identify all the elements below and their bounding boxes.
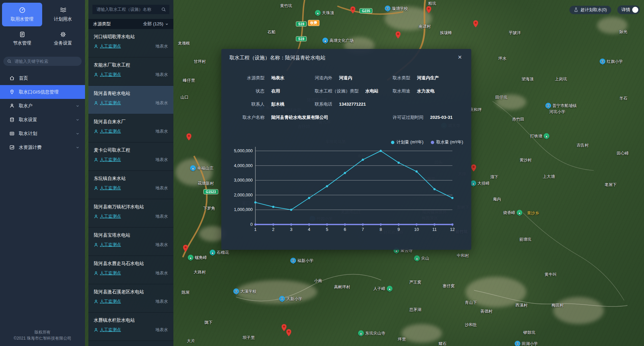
manual-monitor-link[interactable]: 人工监测点 xyxy=(94,185,121,191)
map-pin[interactable] xyxy=(282,324,287,332)
search-icon[interactable] xyxy=(161,7,166,12)
school-marker-icon[interactable]: 文 xyxy=(290,258,296,264)
map-label: 芋陂洋 xyxy=(509,30,521,36)
list-item[interactable]: 麦卡公司取水工程人工监测点地表水 xyxy=(88,142,173,171)
school-marker-icon[interactable]: 文 xyxy=(233,289,239,294)
map-label-text: 烧香嶂 xyxy=(503,210,515,216)
sidebar-search-input[interactable] xyxy=(14,59,78,64)
manual-monitor-link[interactable]: 人工监测点 xyxy=(94,129,121,134)
list-item[interactable]: 陆河县水唇走马石水电站人工监测点地表水 xyxy=(88,256,173,284)
field-value: 水电站 xyxy=(365,88,379,94)
source-type-dropdown[interactable]: 全部 (125) xyxy=(143,21,169,27)
map-label: 箭塘坑 xyxy=(519,237,531,242)
map-pin[interactable] xyxy=(396,31,401,40)
manual-monitor-link[interactable]: 人工监测点 xyxy=(94,327,121,333)
map-label-text: 福新小学 xyxy=(298,258,314,264)
module-button[interactable]: 业务设置 xyxy=(43,27,83,51)
sidebar-item[interactable]: 取水口GIS信息管理 xyxy=(0,85,85,99)
poi-marker-icon[interactable]: ▲ xyxy=(358,330,364,336)
monitor-label: 人工监测点 xyxy=(100,129,121,134)
module-button[interactable]: 计划用水 xyxy=(43,3,83,26)
poi-marker-icon[interactable]: ▲ xyxy=(315,10,321,16)
map-label-text: 思茅湖 xyxy=(409,307,421,313)
field-label: 取水类型 xyxy=(393,75,410,81)
map-pin[interactable] xyxy=(183,245,188,253)
manual-monitor-link[interactable]: 人工监测点 xyxy=(94,242,121,248)
map-pin[interactable] xyxy=(286,329,291,338)
school-marker-icon[interactable]: 文 xyxy=(385,6,391,11)
legend-item[interactable]: 取水量 (m³/年) xyxy=(431,139,463,145)
poi-marker-icon[interactable]: ▲ xyxy=(188,255,194,261)
list-item[interactable]: 陆河县宝塔水电站人工监测点地表水 xyxy=(88,228,173,256)
manual-monitor-link[interactable]: 人工监测点 xyxy=(94,214,121,219)
map-label: 烧香嶂▲ xyxy=(503,210,523,216)
station-name: 陆河县南万镇杞洋水电站 xyxy=(94,204,168,210)
poi-marker-icon[interactable]: ▲ xyxy=(471,181,476,186)
map-pin[interactable] xyxy=(471,164,476,173)
map-pin[interactable] xyxy=(351,6,356,15)
manual-monitor-link[interactable]: 人工监测点 xyxy=(94,299,121,304)
sidebar-item[interactable]: 取水设置 xyxy=(0,113,85,127)
map-label-text: 严王窝 xyxy=(409,280,421,285)
close-icon[interactable]: × xyxy=(456,53,464,61)
svg-text:3: 3 xyxy=(290,227,292,232)
chevron-down-icon xyxy=(76,145,80,150)
map-pin[interactable] xyxy=(426,6,431,15)
water-source-type: 地表水 xyxy=(156,72,168,78)
sidebar-item[interactable]: 取水户 xyxy=(0,99,85,113)
monitor-label: 人工监测点 xyxy=(100,242,121,248)
poi-marker-icon[interactable]: ▲ xyxy=(323,38,328,44)
svg-text:2: 2 xyxy=(272,227,275,232)
sidebar-item[interactable]: 取水计划 xyxy=(0,127,85,140)
person-icon xyxy=(94,271,98,275)
list-item[interactable]: 东坑镇自来水站人工监测点地表水 xyxy=(88,171,173,199)
sidebar-search[interactable] xyxy=(3,57,82,66)
map-pin[interactable] xyxy=(187,133,192,142)
poi-marker-icon[interactable]: ▲ xyxy=(190,165,196,171)
map-label-text: 山口 xyxy=(180,95,189,100)
module-button[interactable]: 取用水管理 xyxy=(2,3,42,26)
station-search-input[interactable] xyxy=(96,7,161,12)
road-badge: S19 xyxy=(296,36,307,42)
list-item[interactable]: 陆河县青砼水电站人工监测点地表水 xyxy=(88,86,173,114)
manual-monitor-link[interactable]: 人工监测点 xyxy=(94,270,121,276)
list-item[interactable]: 友能水厂取水工程人工监测点地表水 xyxy=(88,57,173,86)
list-item[interactable]: 陆河县自来水厂人工监测点地表水 xyxy=(88,114,173,142)
school-marker-icon[interactable]: 文 xyxy=(279,296,285,302)
map-label: 文福新小学 xyxy=(290,258,314,264)
field-row: 取水户名称陆河县青砼水电发展有限公司许可证过期时间2025-03-31 xyxy=(229,111,463,124)
list-item[interactable]: 河口镇唱歌潭水电站人工监测点地表水 xyxy=(88,29,173,57)
map-pin[interactable] xyxy=(473,20,478,29)
station-list: 河口镇唱歌潭水电站人工监测点地表水友能水厂取水工程人工监测点地表水陆河县青砼水电… xyxy=(88,29,173,346)
field-value: 在用 xyxy=(271,88,280,94)
school-marker-icon[interactable]: 文 xyxy=(515,341,521,346)
poi-marker-icon[interactable]: ▲ xyxy=(210,250,216,256)
source-type-label: 水源类型 xyxy=(93,21,111,27)
poi-marker-icon[interactable]: ▲ xyxy=(387,286,393,292)
legend-label: 取水量 (m³/年) xyxy=(436,139,463,145)
sidebar-item[interactable]: 首页 xyxy=(0,71,85,85)
poi-marker-icon[interactable]: ▲ xyxy=(517,210,523,216)
waves-icon xyxy=(60,7,66,14)
list-item[interactable]: 陆河县南万镇杞洋水电站人工监测点地表水 xyxy=(88,199,173,228)
legend-item[interactable]: 计划量 (m³/年) xyxy=(391,139,423,145)
manual-monitor-link[interactable]: 人工监测点 xyxy=(94,72,121,78)
sidebar-item-label: 取水设置 xyxy=(19,117,37,123)
module-label: 计划用水 xyxy=(54,16,72,22)
field: 河道内外河道内 xyxy=(315,75,352,81)
over-plan-alert-button[interactable]: 超计划取水(0) xyxy=(569,6,611,14)
station-search[interactable] xyxy=(92,5,169,14)
manual-monitor-link[interactable]: 人工监测点 xyxy=(94,100,121,106)
school-marker-icon[interactable]: 文 xyxy=(545,103,551,109)
manual-monitor-link[interactable]: 人工监测点 xyxy=(94,157,121,163)
school-marker-icon[interactable]: 文 xyxy=(600,59,606,64)
list-item[interactable]: 水唇镇水栏肚水电站人工监测点地表水 xyxy=(88,313,173,341)
poi-marker-icon[interactable]: ▲ xyxy=(414,256,420,261)
sidebar-item[interactable]: 水资源计费 xyxy=(0,140,85,154)
manual-monitor-link[interactable]: 人工监测点 xyxy=(94,44,121,49)
detail-toggle[interactable]: 详情 xyxy=(617,5,640,14)
list-item[interactable]: 陆河县激石溪老区水电站人工监测点地表水 xyxy=(88,284,173,313)
toggle-knob-icon[interactable] xyxy=(632,7,638,13)
poi-marker-icon[interactable]: ▲ xyxy=(544,133,550,139)
module-button[interactable]: 节水管理 xyxy=(2,27,42,51)
